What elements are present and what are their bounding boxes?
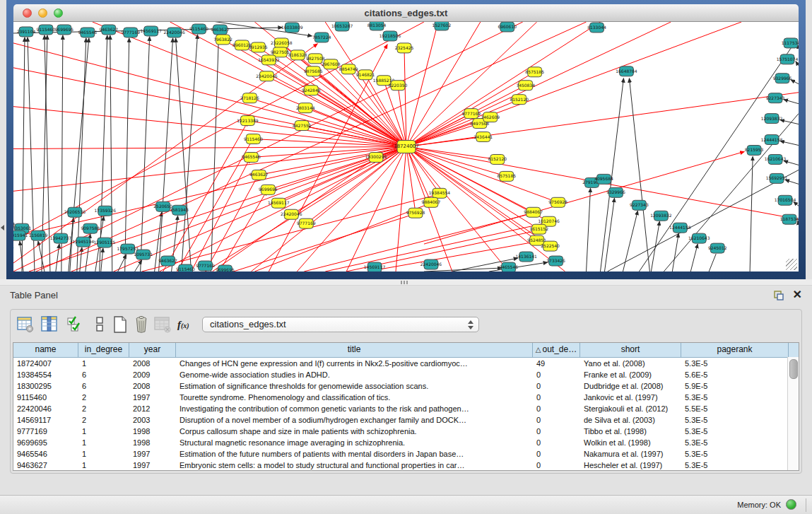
- graph-node[interactable]: 7462609: [481, 112, 500, 122]
- table-cell[interactable]: Disruption of a novel member of a sodium…: [176, 414, 533, 426]
- graph-node[interactable]: 1187534: [780, 214, 799, 224]
- graph-edge[interactable]: [406, 22, 601, 147]
- graph-node[interactable]: 12945194: [73, 237, 95, 247]
- table-cell[interactable]: 9463627: [13, 460, 78, 471]
- table-row[interactable]: 1938455462009Genome-wide association stu…: [13, 369, 799, 380]
- graph-edge[interactable]: [406, 22, 741, 147]
- graph-edge[interactable]: [142, 194, 437, 271]
- table-cell[interactable]: 1997: [129, 460, 176, 471]
- memory-status-button[interactable]: [786, 499, 796, 510]
- table-cell[interactable]: Investigating the contribution of common…: [176, 403, 533, 414]
- scrollbar-thumb[interactable]: [789, 359, 798, 379]
- graph-edge[interactable]: [629, 78, 649, 271]
- table-cell[interactable]: 5.3E-5: [681, 437, 789, 448]
- graph-node[interactable]: 15751074: [777, 54, 799, 64]
- table-cell[interactable]: 2009: [129, 369, 176, 380]
- panel-splitter[interactable]: [0, 279, 812, 286]
- graph-edge[interactable]: [796, 62, 799, 66]
- table-cell[interactable]: 5.3E-5: [681, 426, 789, 437]
- table-row[interactable]: 1872400712008Changes of HCN gene express…: [13, 358, 799, 369]
- graph-edge[interactable]: [56, 244, 59, 271]
- select-all-columns-icon[interactable]: [66, 315, 84, 334]
- graph-edge[interactable]: [269, 60, 406, 147]
- graph-node[interactable]: 6960610: [498, 22, 517, 32]
- graph-node[interactable]: 16210643: [765, 154, 787, 164]
- graph-node[interactable]: 10653287: [331, 22, 353, 31]
- graph-node[interactable]: 8152120: [488, 154, 507, 164]
- graph-edge[interactable]: [424, 151, 744, 244]
- column-header-year[interactable]: year: [129, 343, 176, 357]
- graph-node[interactable]: 2436441: [473, 132, 493, 142]
- graph-node[interactable]: 23226058: [271, 38, 293, 48]
- graph-edge[interactable]: [69, 38, 89, 271]
- graph-node[interactable]: 2522540: [541, 241, 560, 251]
- graph-edge[interactable]: [651, 221, 659, 271]
- graph-node[interactable]: 22420046: [420, 259, 442, 269]
- graph-edge[interactable]: [690, 244, 698, 271]
- table-cell[interactable]: Estimation of the future numbers of pati…: [176, 448, 533, 460]
- graph-node[interactable]: 12093832: [650, 211, 672, 221]
- graph-node[interactable]: 9465546: [242, 152, 261, 162]
- table-selector-dropdown[interactable]: citations_edges.txt: [202, 317, 479, 332]
- graph-node[interactable]: 8220350: [389, 81, 408, 90]
- graph-edge[interactable]: [93, 22, 406, 147]
- graph-edge[interactable]: [278, 147, 406, 204]
- table-cell[interactable]: 5.3E-5: [681, 414, 789, 426]
- table-row[interactable]: 977716911998Corpus callosum shape and si…: [13, 426, 799, 437]
- graph-node[interactable]: 3915941: [13, 230, 28, 240]
- graph-node[interactable]: 14569117: [140, 26, 162, 36]
- graph-edge[interactable]: [672, 233, 678, 271]
- graph-node[interactable]: 2718126: [240, 93, 259, 103]
- graph-edge[interactable]: [266, 76, 406, 147]
- graph-node[interactable]: 9756928: [406, 208, 425, 218]
- graph-node[interactable]: 1615152: [529, 224, 548, 234]
- graph-node[interactable]: 23420046: [256, 71, 278, 81]
- table-cell[interactable]: 5.6E-5: [681, 369, 789, 380]
- graph-node[interactable]: 1095731: [134, 250, 153, 259]
- unselect-all-columns-icon[interactable]: [90, 315, 109, 334]
- close-panel-icon[interactable]: ✕: [793, 288, 802, 301]
- table-cell[interactable]: 1: [78, 358, 129, 369]
- table-cell[interactable]: Embryonic stem cells: a model to study s…: [176, 460, 533, 471]
- vertical-scrollbar[interactable]: [787, 357, 799, 470]
- graph-node[interactable]: 9097588: [81, 223, 100, 233]
- graph-node[interactable]: 9245012: [708, 243, 727, 253]
- delete-attribute-icon[interactable]: [132, 315, 151, 334]
- table-cell[interactable]: 2008: [129, 358, 176, 369]
- graph-node[interactable]: 14569117: [268, 198, 290, 208]
- table-cell[interactable]: 1998: [129, 437, 176, 448]
- graph-node[interactable]: 9115460: [37, 25, 56, 35]
- table-cell[interactable]: 0: [533, 403, 580, 414]
- graph-edge[interactable]: [141, 37, 150, 271]
- graph-node[interactable]: 9756928: [548, 197, 567, 207]
- graph-node[interactable]: 8575185: [525, 67, 544, 77]
- column-header-pagerank[interactable]: pagerank: [681, 343, 789, 357]
- graph-edge[interactable]: [29, 147, 406, 272]
- graph-node[interactable]: 8133044: [587, 23, 606, 33]
- graph-edge[interactable]: [791, 80, 799, 84]
- table-cell[interactable]: Nakamura et al. (1997): [580, 448, 681, 460]
- graph-node[interactable]: 8215953: [745, 146, 764, 156]
- graph-edge[interactable]: [406, 147, 440, 194]
- table-cell[interactable]: 0: [533, 380, 580, 392]
- graph-node[interactable]: 15692951: [766, 173, 788, 183]
- table-cell[interactable]: Jankovic et al. (1997): [580, 392, 681, 403]
- table-cell[interactable]: 19384554: [13, 369, 78, 380]
- table-cell[interactable]: 0: [533, 460, 580, 471]
- graph-node[interactable]: 19218506: [379, 31, 401, 41]
- graph-edge[interactable]: [182, 35, 198, 271]
- graph-node[interactable]: 9465546: [78, 28, 98, 37]
- table-cell[interactable]: 1997: [129, 448, 176, 460]
- graph-node[interactable]: 13942737: [50, 233, 72, 243]
- graph-edge[interactable]: [13, 147, 406, 149]
- graph-node[interactable]: 9115460: [244, 134, 263, 144]
- table-cell[interactable]: 1997: [129, 392, 176, 403]
- table-row[interactable]: 946554611997Estimation of the future num…: [13, 448, 799, 460]
- table-cell[interactable]: 9699695: [13, 437, 78, 448]
- graph-node[interactable]: 2967608: [322, 59, 341, 69]
- graph-edge[interactable]: [110, 35, 112, 271]
- graph-edge[interactable]: [406, 22, 671, 147]
- graph-node[interactable]: 9875685: [304, 66, 323, 76]
- graph-node[interactable]: 16648784: [616, 66, 637, 76]
- function-builder-icon[interactable]: f(x): [177, 315, 201, 334]
